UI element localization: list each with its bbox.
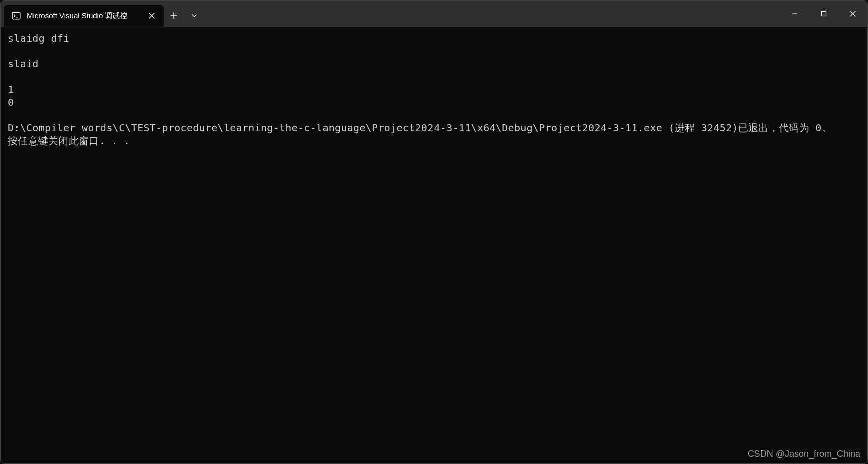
svg-rect-0 bbox=[12, 12, 20, 19]
tab-dropdown-button[interactable] bbox=[184, 5, 204, 27]
titlebar-drag-area[interactable] bbox=[204, 1, 780, 27]
tab-title: Microsoft Visual Studio 调试控 bbox=[27, 11, 141, 21]
svg-rect-3 bbox=[822, 12, 826, 16]
titlebar: Microsoft Visual Studio 调试控 bbox=[1, 1, 867, 27]
minimize-button[interactable] bbox=[780, 1, 809, 27]
tab-active[interactable]: Microsoft Visual Studio 调试控 bbox=[4, 5, 164, 27]
watermark-text: CSDN @Jason_from_China bbox=[748, 449, 860, 459]
tab-close-button[interactable] bbox=[147, 11, 157, 21]
maximize-button[interactable] bbox=[809, 1, 838, 27]
terminal-output[interactable]: slaidg dfi slaid 1 0 D:\Compiler words\C… bbox=[1, 27, 867, 152]
terminal-icon bbox=[12, 11, 21, 20]
window-close-button[interactable] bbox=[838, 1, 867, 27]
window-controls bbox=[780, 1, 867, 27]
new-tab-button[interactable] bbox=[164, 5, 184, 27]
